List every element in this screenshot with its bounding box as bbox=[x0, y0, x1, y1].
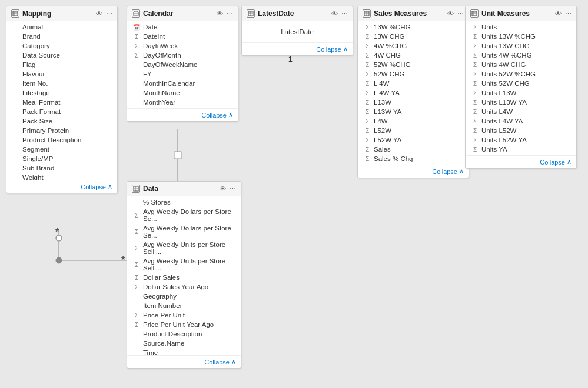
list-item: ΣAvg Weekly Dollars per Store Se... bbox=[127, 207, 241, 223]
list-item: Σ4W CHG bbox=[358, 51, 469, 60]
list-item: Segment bbox=[6, 145, 117, 154]
mapping-more-icon[interactable]: ⋯ bbox=[106, 11, 112, 17]
sales-measures-header: Sales Measures 👁 ⋯ bbox=[358, 6, 469, 21]
unit-measures-table: Unit Measures 👁 ⋯ ΣUnits ΣUnits 13W %CHG… bbox=[465, 6, 577, 169]
type-icon: Σ bbox=[364, 137, 371, 143]
list-item: Meal Format bbox=[6, 98, 117, 107]
type-icon: Σ bbox=[471, 128, 479, 134]
type-icon: Σ bbox=[364, 146, 371, 153]
type-icon: Σ bbox=[133, 43, 140, 49]
calendar-body: 📅Date ΣDateInt ΣDayInWeek ΣDayOfMonth Da… bbox=[127, 21, 238, 108]
list-item: ΣUnits 52W %CHG bbox=[466, 69, 576, 79]
list-item: ΣSales % Chg bbox=[358, 154, 469, 163]
canvas: * * 1 1 Mapping 👁 ⋯ Animal Brand Categor… bbox=[0, 0, 588, 388]
calendar-collapse-label: Collapse bbox=[201, 112, 227, 119]
list-item: Category bbox=[6, 41, 117, 51]
unit-measures-header: Unit Measures 👁 ⋯ bbox=[466, 6, 576, 21]
collapse-arrow-icon: ∧ bbox=[459, 168, 464, 175]
type-icon: Σ bbox=[133, 229, 140, 235]
list-item: ΣDayInWeek bbox=[127, 41, 238, 51]
svg-rect-26 bbox=[134, 186, 138, 191]
svg-rect-10 bbox=[13, 11, 18, 16]
type-icon: Σ bbox=[471, 99, 479, 106]
type-icon: Σ bbox=[133, 284, 140, 290]
calendar-eye-icon[interactable]: 👁 bbox=[217, 11, 223, 17]
type-icon: Σ bbox=[133, 262, 140, 268]
type-icon: Σ bbox=[471, 109, 479, 115]
unit-measures-eye-icon[interactable]: 👁 bbox=[555, 11, 562, 17]
list-item: ΣUnits 4W CHG bbox=[466, 60, 576, 69]
list-item: Σ13W CHG bbox=[358, 32, 469, 41]
type-icon: Σ bbox=[471, 118, 479, 125]
type-icon: Σ bbox=[364, 43, 371, 49]
list-item: ΣAvg Weekly Units per Store Selli... bbox=[127, 256, 241, 273]
list-item: Brand bbox=[6, 32, 117, 41]
latestdate-collapse[interactable]: Collapse ∧ bbox=[242, 42, 353, 55]
list-item: ΣL 4W YA bbox=[358, 88, 469, 98]
unit-measures-collapse[interactable]: Collapse ∧ bbox=[466, 155, 576, 168]
sales-measures-eye-icon[interactable]: 👁 bbox=[447, 11, 454, 17]
list-item: DayOfWeekName bbox=[127, 60, 238, 69]
list-item: LatestDate bbox=[242, 22, 353, 41]
list-item: Σ4W %CHG bbox=[358, 41, 469, 51]
list-item: ΣUnits 13W %CHG bbox=[466, 32, 576, 41]
svg-point-5 bbox=[56, 257, 62, 263]
latestdate-eye-icon[interactable]: 👁 bbox=[331, 11, 338, 17]
svg-text:1: 1 bbox=[288, 55, 293, 63]
sales-measures-more-icon[interactable]: ⋯ bbox=[457, 11, 464, 17]
calendar-more-icon[interactable]: ⋯ bbox=[227, 11, 233, 17]
collapse-arrow-icon: ∧ bbox=[108, 183, 112, 190]
list-item: MonthYear bbox=[127, 98, 238, 107]
list-item: Pack Format bbox=[6, 107, 117, 116]
svg-text:*: * bbox=[55, 227, 59, 237]
type-icon: Σ bbox=[364, 99, 371, 106]
type-icon: Σ bbox=[364, 62, 371, 68]
list-item: ΣL 4W bbox=[358, 79, 469, 88]
latestdate-header-actions: 👁 ⋯ bbox=[331, 11, 348, 17]
svg-point-4 bbox=[56, 235, 62, 241]
unit-measures-more-icon[interactable]: ⋯ bbox=[565, 11, 572, 17]
list-item: ΣUnits L4W bbox=[466, 107, 576, 116]
list-item: ΣUnits 4W %CHG bbox=[466, 51, 576, 60]
svg-rect-1 bbox=[174, 152, 181, 159]
data-more-icon[interactable]: ⋯ bbox=[230, 186, 236, 192]
sales-measures-title: Sales Measures bbox=[374, 9, 444, 18]
mapping-collapse[interactable]: Collapse ∧ bbox=[6, 180, 117, 193]
list-item: ΣAvg Weekly Units per Store Selli... bbox=[127, 240, 241, 256]
list-item: ΣDayOfMonth bbox=[127, 51, 238, 60]
calendar-title: Calendar bbox=[143, 9, 214, 18]
svg-text:*: * bbox=[121, 255, 125, 265]
calendar-collapse[interactable]: Collapse ∧ bbox=[127, 108, 238, 121]
calendar-header: Calendar 👁 ⋯ bbox=[127, 6, 238, 21]
type-icon: Σ bbox=[133, 312, 140, 319]
latestdate-table: LatestDate 👁 ⋯ LatestDate Collapse ∧ bbox=[241, 6, 353, 56]
sales-measures-collapse[interactable]: Collapse ∧ bbox=[358, 165, 469, 178]
unit-measures-title: Unit Measures bbox=[481, 9, 552, 18]
list-item: ΣUnits L52W YA bbox=[466, 135, 576, 145]
sales-measures-collapse-label: Collapse bbox=[432, 168, 457, 175]
unit-measures-table-icon bbox=[470, 9, 479, 18]
list-item: ΣL4W bbox=[358, 116, 469, 126]
list-item: ΣUnits L52W bbox=[466, 126, 576, 135]
latestdate-more-icon[interactable]: ⋯ bbox=[341, 11, 348, 17]
mapping-eye-icon[interactable]: 👁 bbox=[96, 11, 102, 17]
data-eye-icon[interactable]: 👁 bbox=[220, 186, 226, 192]
type-icon: Σ bbox=[364, 81, 371, 87]
data-title: Data bbox=[143, 185, 217, 193]
latestdate-header: LatestDate 👁 ⋯ bbox=[242, 6, 353, 21]
list-item: Σ52W CHG bbox=[358, 69, 469, 79]
sales-measures-header-actions: 👁 ⋯ bbox=[447, 11, 464, 17]
list-item: ΣDollar Sales bbox=[127, 273, 241, 282]
type-icon: Σ bbox=[364, 109, 371, 115]
type-icon: Σ bbox=[471, 90, 479, 96]
mapping-collapse-label: Collapse bbox=[81, 183, 106, 190]
mapping-title: Mapping bbox=[22, 9, 93, 18]
unit-measures-body: ΣUnits ΣUnits 13W %CHG ΣUnits 13W CHG ΣU… bbox=[466, 21, 576, 155]
latestdate-title: LatestDate bbox=[258, 9, 328, 18]
data-collapse[interactable]: Collapse ∧ bbox=[127, 355, 241, 368]
mapping-table-icon bbox=[11, 9, 19, 18]
svg-rect-20 bbox=[364, 11, 369, 16]
type-icon: Σ bbox=[133, 322, 140, 328]
data-header: Data 👁 ⋯ bbox=[127, 182, 241, 196]
list-item: ΣSales bbox=[358, 145, 469, 154]
